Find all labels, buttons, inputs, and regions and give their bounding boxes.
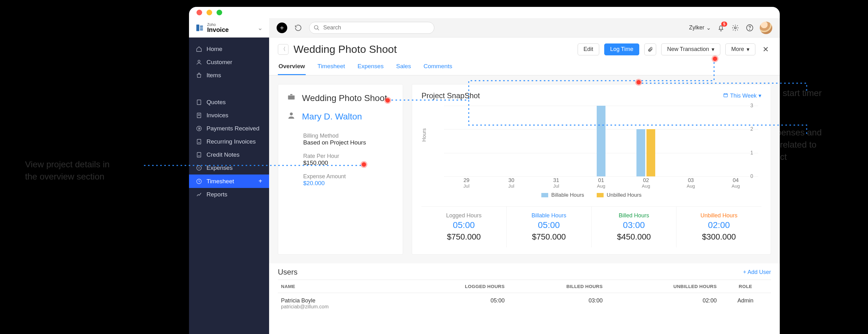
svg-point-14 [734,27,736,29]
sidebar-item-timesheet[interactable]: Timesheet + [189,174,269,188]
brand-caret-icon[interactable]: ⌄ [257,24,263,32]
window-close-dot[interactable] [196,10,202,15]
users-col-header[interactable]: ROLE [720,280,771,293]
sidebar-item-reports[interactable]: Reports [189,188,269,201]
caret-down-icon: ▾ [758,92,761,99]
billing-method-label: Billing Method [303,133,394,139]
user-logged: 05:00 [402,293,508,314]
sidebar-item-creditnotes[interactable]: Credit Notes [189,148,269,161]
attachment-button[interactable] [644,43,656,55]
caret-down-icon: ▾ [712,46,714,53]
users-col-header[interactable]: NAME [278,280,402,293]
sidebar-item-label: Reports [207,191,227,198]
users-col-header[interactable]: BILLED HOURS [508,280,606,293]
stat-block: Unbilled Hours02:00$300.000 [677,207,761,247]
quick-add-button[interactable]: ＋ [277,23,287,33]
more-button[interactable]: More ▾ [725,43,755,55]
xtick-label: 03Aug [669,178,713,190]
nav-section-docs: Quotes Invoices Payments Received Recurr… [189,87,269,206]
billing-method-value: Based on Project Hours [303,139,394,146]
svg-rect-2 [200,26,203,27]
main-column: ＋ Zylker ⌄ 5 [269,18,780,334]
tab-expenses[interactable]: Expenses [357,60,384,75]
legend-billable: Billable Hours [551,192,584,198]
stat-amount: $750.000 [424,232,504,242]
sidebar-item-payments[interactable]: Payments Received [189,122,269,135]
window-max-dot[interactable] [217,10,222,15]
more-label: More [731,46,744,53]
expense-value[interactable]: $20.000 [303,180,394,187]
close-button[interactable]: ✕ [761,44,771,55]
brand-small: Zoho [207,23,229,27]
stat-amount: $300.000 [679,232,759,242]
app-window: Zoho Invoice ⌄ Home Customer Items [189,7,780,334]
chevron-down-icon: ⌄ [706,24,711,31]
xtick-label: 04Aug [713,178,758,190]
stat-block: Billed Hours03:00$450.000 [592,207,677,247]
sidebar-item-invoices[interactable]: Invoices [189,109,269,122]
table-row[interactable]: Patricia Boylepatriciab@zillum.com05:000… [278,293,771,314]
tab-comments[interactable]: Comments [423,60,453,75]
help-button[interactable] [745,24,754,32]
daterange-selector[interactable]: This Week ▾ [723,92,761,99]
tab-timesheet[interactable]: Timesheet [317,60,346,75]
timesheet-icon [196,178,202,185]
brand-logo-icon [195,24,204,32]
legend-unbilled: Unbilled Hours [607,192,642,198]
sidebar-item-recurring[interactable]: Recurring Invoices [189,135,269,148]
bar-billable[interactable] [597,106,606,176]
bar-billable[interactable] [637,129,645,176]
timesheet-add-icon[interactable]: + [258,178,262,185]
legend-swatch-unbilled [597,193,603,197]
recent-button[interactable] [293,23,304,33]
expense-label: Expense Amount [303,173,394,180]
nav-section-main: Home Customer Items [189,37,269,87]
search-input[interactable] [309,22,434,34]
bar-unbilled[interactable] [647,129,655,176]
log-time-button[interactable]: Log Time [604,43,639,55]
notifications-button[interactable]: 5 [717,24,725,32]
user-email: patriciab@zillum.com [281,304,399,310]
sidebar-item-expenses[interactable]: Expenses [189,161,269,174]
project-name: Wedding Photo Shoot [302,93,387,103]
sidebar-item-items[interactable]: Items [189,69,269,82]
svg-rect-10 [197,153,201,157]
caret-down-icon: ▾ [747,46,749,53]
edit-button[interactable]: Edit [578,43,599,55]
svg-point-17 [290,112,292,115]
svg-point-16 [749,29,750,29]
bag-icon [196,72,202,78]
settings-button[interactable] [731,24,740,32]
briefcase-icon [287,93,296,103]
sidebar-item-customer[interactable]: Customer [189,56,269,69]
users-col-header[interactable]: LOGGED HOURS [402,280,508,293]
sidebar-item-label: Payments Received [207,125,259,132]
sidebar-item-label: Home [207,46,222,53]
sidebar-item-home[interactable]: Home [189,42,269,56]
add-user-button[interactable]: + Add User [743,269,771,275]
client-link[interactable]: Mary D. Walton [302,112,362,122]
users-col-header[interactable]: UNBILLED HOURS [606,280,720,293]
users-table: NAMELOGGED HOURSBILLED HOURSUNBILLED HOU… [278,279,771,314]
org-name: Zylker [689,24,704,31]
brand-row[interactable]: Zoho Invoice ⌄ [189,18,269,37]
overview-card: Wedding Photo Shoot Mary D. Walton Billi… [278,84,403,255]
tab-sales[interactable]: Sales [396,60,412,75]
svg-point-5 [198,60,200,62]
avatar[interactable] [760,22,772,34]
sidebar-item-quotes[interactable]: Quotes [189,96,269,109]
back-button[interactable]: 〈 [278,44,288,55]
xtick-label: 29Jul [444,178,489,190]
tab-overview[interactable]: Overview [278,60,306,75]
notification-badge: 5 [721,22,727,27]
rate-value: $150.000 [303,160,394,166]
sidebar-item-label: Timesheet [207,178,234,185]
org-selector[interactable]: Zylker ⌄ [689,24,711,31]
new-transaction-button[interactable]: New Transaction ▾ [661,43,720,55]
sidebar-item-label: Recurring Invoices [207,138,256,145]
stat-hours: 03:00 [594,220,674,230]
xtick-label: 01Aug [579,178,623,190]
stat-label: Billed Hours [594,212,674,219]
window-min-dot[interactable] [207,10,212,15]
chart-legend: Billable Hours Unbilled Hours [422,192,761,198]
